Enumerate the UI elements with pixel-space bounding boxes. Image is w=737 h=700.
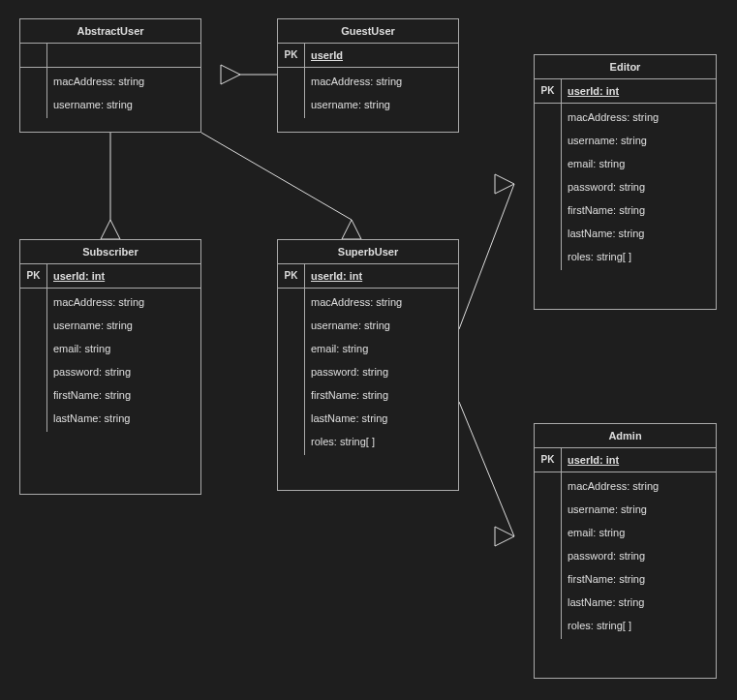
entity-attributes: macAddress: stringusername: string (20, 68, 200, 118)
inheritance-arrowhead (221, 65, 240, 84)
svg-marker-1 (101, 220, 120, 239)
attr-item: username: string (562, 129, 716, 152)
entity-editor: EditorPKuserId: intmacAddress: stringuse… (534, 54, 717, 310)
inheritance-line (459, 184, 514, 329)
attr-item: macAddress: string (562, 474, 716, 498)
attr-list: macAddress: stringusername: stringemail:… (305, 289, 458, 455)
attr-item: macAddress: string (305, 290, 458, 314)
attr-item: email: string (47, 337, 200, 360)
inheritance-line (459, 402, 514, 536)
attr-item: macAddress: string (562, 106, 716, 129)
attr-item: macAddress: string (305, 70, 458, 93)
attr-item: username: string (562, 498, 716, 521)
pk-label: PK (535, 448, 562, 472)
diagram-canvas: AbstractUser macAddress: stringusername:… (0, 0, 737, 700)
pk-field: userId: int (562, 79, 716, 103)
attr-left-column (278, 289, 305, 455)
entity-title: GuestUser (278, 19, 458, 44)
svg-marker-0 (221, 65, 240, 84)
attr-item: password: string (47, 360, 200, 383)
attr-item: lastName: string (305, 407, 458, 430)
inheritance-line (201, 133, 352, 220)
attr-item: username: string (47, 314, 200, 337)
attr-left-column (535, 104, 562, 270)
entity-attributes: macAddress: stringusername: stringemail:… (535, 472, 716, 639)
attr-item: email: string (562, 521, 716, 544)
entity-pk-row: PKuserId: int (278, 264, 458, 289)
entity-attributes: macAddress: stringusername: stringemail:… (278, 289, 458, 455)
entity-title: Admin (535, 424, 716, 448)
svg-marker-3 (495, 174, 514, 194)
attr-item: password: string (562, 544, 716, 567)
entity-attributes: macAddress: stringusername: stringemail:… (535, 104, 716, 270)
attr-left-column (20, 68, 47, 118)
attr-item: password: string (562, 175, 716, 198)
attr-item: firstName: string (562, 198, 716, 222)
entity-attributes: macAddress: stringusername: stringemail:… (20, 289, 200, 432)
attr-left-column (535, 472, 562, 639)
pk-field: userId (305, 44, 458, 67)
attr-list: macAddress: stringusername: stringemail:… (562, 472, 716, 639)
attr-item: firstName: string (47, 383, 200, 407)
attr-item: roles: string[ ] (562, 245, 716, 268)
attr-item: firstName: string (562, 567, 716, 591)
attr-list: macAddress: stringusername: stringemail:… (562, 104, 716, 270)
pk-field: userId: int (305, 264, 458, 288)
svg-marker-4 (495, 527, 514, 546)
attr-item: firstName: string (305, 383, 458, 407)
attr-item: username: string (305, 314, 458, 337)
attr-list: macAddress: stringusername: stringemail:… (47, 289, 200, 432)
pk-label (20, 44, 47, 67)
entity-title: SuperbUser (278, 240, 458, 264)
attr-left-column (278, 68, 305, 118)
entity-title: Editor (535, 55, 716, 79)
entity-abstractUser: AbstractUser macAddress: stringusername:… (19, 18, 201, 133)
attr-list: macAddress: stringusername: string (47, 68, 200, 118)
svg-marker-2 (342, 220, 361, 239)
attr-item: macAddress: string (47, 70, 200, 93)
pk-label: PK (20, 264, 47, 288)
attr-item: lastName: string (562, 222, 716, 245)
entity-superbUser: SuperbUserPKuserId: intmacAddress: strin… (277, 239, 459, 491)
entity-pk-row: PKuserId: int (535, 79, 716, 104)
entity-pk-row (20, 44, 200, 68)
entity-guestUser: GuestUserPKuserIdmacAddress: stringusern… (277, 18, 459, 133)
pk-label: PK (278, 264, 305, 288)
entity-attributes: macAddress: stringusername: string (278, 68, 458, 118)
attr-list: macAddress: stringusername: string (305, 68, 458, 118)
attr-item: username: string (47, 93, 200, 116)
inheritance-arrowhead (342, 220, 361, 239)
entity-pk-row: PKuserId (278, 44, 458, 68)
attr-item: username: string (305, 93, 458, 116)
attr-item: email: string (305, 337, 458, 360)
attr-item: macAddress: string (47, 290, 200, 314)
pk-label: PK (535, 79, 562, 103)
inheritance-arrowhead (101, 220, 120, 239)
pk-label: PK (278, 44, 305, 67)
attr-item: password: string (305, 360, 458, 383)
entity-pk-row: PKuserId: int (20, 264, 200, 289)
pk-field (47, 44, 200, 67)
attr-item: lastName: string (562, 591, 716, 614)
entity-title: AbstractUser (20, 19, 200, 44)
attr-item: roles: string[ ] (305, 430, 458, 453)
inheritance-arrowhead (495, 174, 514, 194)
attr-item: roles: string[ ] (562, 614, 716, 637)
entity-admin: AdminPKuserId: intmacAddress: stringuser… (534, 423, 717, 679)
entity-title: Subscriber (20, 240, 200, 264)
attr-item: email: string (562, 152, 716, 175)
inheritance-arrowhead (495, 527, 514, 546)
pk-field: userId: int (562, 448, 716, 472)
entity-subscriber: SubscriberPKuserId: intmacAddress: strin… (19, 239, 201, 495)
entity-pk-row: PKuserId: int (535, 448, 716, 472)
attr-item: lastName: string (47, 407, 200, 430)
pk-field: userId: int (47, 264, 200, 288)
attr-left-column (20, 289, 47, 432)
